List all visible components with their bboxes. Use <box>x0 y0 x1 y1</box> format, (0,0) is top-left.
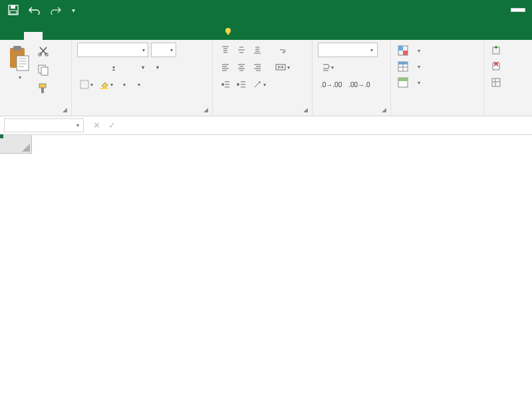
column-headers[interactable] <box>32 135 532 154</box>
tab-home[interactable] <box>24 32 43 40</box>
worksheet-grid[interactable] <box>0 135 532 381</box>
increase-decimal-button[interactable]: .0→.00 <box>318 77 344 92</box>
format-painter-icon[interactable] <box>37 82 49 97</box>
group-alignment: ▾ ▾ ◢ <box>213 40 313 116</box>
fill-color-button[interactable]: ▾ <box>97 77 116 92</box>
tab-tell-me[interactable] <box>214 23 245 40</box>
lightbulb-icon <box>223 27 233 36</box>
tab-data[interactable] <box>98 32 117 40</box>
font-color-theme-button[interactable]: ▾ <box>136 60 149 74</box>
conditional-formatting-button[interactable]: ▾ <box>396 44 478 57</box>
percent-button[interactable] <box>338 60 351 74</box>
name-box[interactable]: ▾ <box>4 118 84 132</box>
align-middle-button[interactable] <box>234 43 249 57</box>
phonetic-button[interactable]: ▾ <box>132 77 145 92</box>
svg-rect-2 <box>10 11 17 14</box>
cell-styles-button[interactable]: ▾ <box>396 76 478 89</box>
tab-insert[interactable] <box>43 32 61 40</box>
chevron-down-icon: ▾ <box>19 74 21 80</box>
copy-icon[interactable] <box>37 64 49 78</box>
ribbon-tabs <box>0 20 532 40</box>
increase-indent-button[interactable] <box>234 77 249 92</box>
tab-developer[interactable] <box>154 32 173 40</box>
svg-rect-4 <box>227 33 229 35</box>
login-button[interactable] <box>511 8 525 12</box>
formula-bar: ▾ ✕ ✓ <box>0 116 532 135</box>
decrease-decimal-button[interactable]: .00→.0 <box>346 77 372 92</box>
dialog-launcher-icon[interactable]: ◢ <box>303 106 308 113</box>
svg-point-3 <box>225 28 231 33</box>
svg-rect-1 <box>11 5 15 9</box>
dialog-launcher-icon[interactable]: ◢ <box>203 106 208 113</box>
shrink-font-button[interactable] <box>194 43 207 57</box>
dialog-launcher-icon[interactable]: ◢ <box>63 106 67 113</box>
cut-icon[interactable] <box>37 45 49 60</box>
borders-button[interactable]: ▾ <box>77 77 96 92</box>
grow-font-button[interactable] <box>179 43 192 57</box>
redo-icon[interactable] <box>51 5 63 15</box>
underline-button[interactable]: ▾ <box>106 60 120 74</box>
tab-view[interactable] <box>136 32 154 40</box>
svg-rect-15 <box>100 88 108 89</box>
merge-center-button[interactable]: ▾ <box>273 60 293 74</box>
svg-rect-23 <box>398 78 408 81</box>
tab-file[interactable] <box>5 32 24 40</box>
format-as-table-button[interactable]: ▾ <box>396 60 478 73</box>
comma-button[interactable] <box>352 60 366 74</box>
orientation-button[interactable]: ▾ <box>250 77 269 92</box>
svg-rect-6 <box>13 46 21 51</box>
svg-rect-19 <box>403 51 408 55</box>
insert-cells-button[interactable] <box>489 44 527 57</box>
dialog-launcher-icon[interactable]: ◢ <box>382 106 386 113</box>
align-bottom-button[interactable] <box>250 43 265 57</box>
ribbon: ▾ ◢ ▾ ▾ ▾ <box>0 40 532 116</box>
italic-button[interactable] <box>92 60 105 74</box>
delete-cells-button[interactable] <box>489 60 527 73</box>
watermark <box>523 366 524 387</box>
tab-page-layout[interactable] <box>61 32 80 40</box>
confirm-icon[interactable]: ✓ <box>108 120 116 130</box>
svg-rect-13 <box>41 88 44 93</box>
accounting-format-button[interactable]: ▾ <box>318 60 336 74</box>
number-format-combo[interactable]: ▾ <box>318 43 378 57</box>
tab-special[interactable] <box>192 32 210 40</box>
font-name-combo[interactable]: ▾ <box>77 43 148 57</box>
qat-customize-icon[interactable]: ▾ <box>72 7 75 14</box>
cancel-icon[interactable]: ✕ <box>93 120 100 130</box>
svg-rect-11 <box>41 67 48 75</box>
quick-access-toolbar: ▾ <box>0 5 75 15</box>
svg-rect-7 <box>17 56 29 70</box>
group-cells <box>484 40 532 116</box>
font-size-combo[interactable]: ▾ <box>151 43 176 57</box>
align-right-button[interactable] <box>250 60 265 74</box>
group-clipboard: ▾ ◢ <box>0 40 72 116</box>
font-color-button[interactable]: ▾ <box>117 77 130 92</box>
tab-formulas[interactable] <box>80 32 98 40</box>
font-color-accent-button[interactable]: ▾ <box>150 60 164 74</box>
group-number: ▾ ▾ .0→.00 .00→.0 ◢ <box>313 40 391 116</box>
wrap-text-button[interactable] <box>273 43 293 57</box>
align-left-button[interactable] <box>218 60 233 74</box>
save-icon[interactable] <box>8 5 19 15</box>
align-top-button[interactable] <box>218 43 233 57</box>
bold-button[interactable] <box>77 60 90 74</box>
svg-rect-14 <box>80 80 88 88</box>
svg-rect-26 <box>492 78 500 86</box>
group-styles: ▾ ▾ ▾ <box>391 40 484 116</box>
paste-button[interactable]: ▾ <box>5 43 33 80</box>
decrease-indent-button[interactable] <box>218 77 233 92</box>
tab-review[interactable] <box>117 32 136 40</box>
select-all-corner[interactable] <box>0 135 32 154</box>
title-bar: ▾ <box>0 0 532 20</box>
align-center-button[interactable] <box>234 60 249 74</box>
svg-rect-12 <box>39 84 46 88</box>
undo-icon[interactable] <box>28 5 41 15</box>
formula-input[interactable] <box>133 116 532 134</box>
tab-help[interactable] <box>173 32 192 40</box>
group-font: ▾ ▾ ▾ ▾ ▾ ▾ ▾ ▾ ▾ ◢ <box>72 40 213 116</box>
format-cells-button[interactable] <box>489 76 527 89</box>
svg-rect-18 <box>398 46 403 51</box>
